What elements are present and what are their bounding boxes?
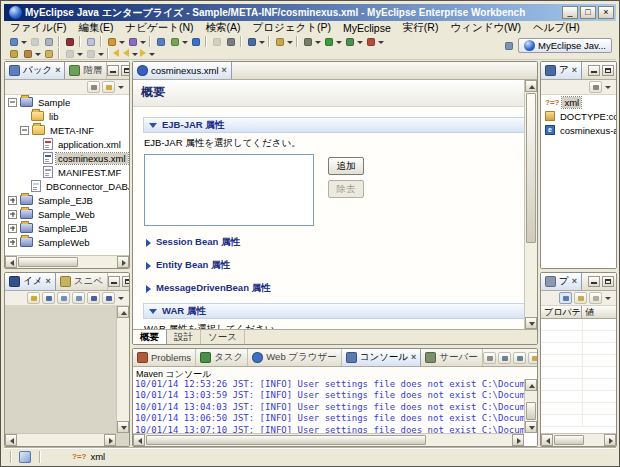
close-window-button[interactable]: × — [598, 6, 614, 19]
menu-navigate[interactable]: ナビゲート(N) — [119, 21, 199, 35]
property-row[interactable] — [541, 367, 616, 379]
tab-hierarchy[interactable]: 階層 — [65, 62, 107, 79]
tab-web-browser[interactable]: Web ブラウザー — [248, 349, 341, 366]
chevron-right-icon[interactable] — [146, 262, 151, 270]
property-row[interactable] — [541, 319, 616, 331]
scroll-left-button[interactable] — [133, 434, 145, 446]
minimize-window-button[interactable]: _ — [562, 6, 578, 19]
tab-console[interactable]: コンソール × — [342, 349, 422, 366]
editor-vertical-scrollbar[interactable] — [524, 80, 537, 329]
remove-launch-icon[interactable] — [498, 352, 511, 364]
actual-size-icon[interactable] — [87, 292, 100, 304]
remove-button[interactable]: 除去 — [328, 180, 364, 198]
web-browser-icon[interactable] — [188, 36, 202, 47]
scrollbar-thumb[interactable] — [146, 435, 426, 445]
previous-annotation-dropdown[interactable] — [97, 48, 104, 59]
task-tag-icon[interactable] — [41, 48, 55, 59]
chevron-down-icon[interactable] — [149, 123, 157, 128]
scheduler-icon[interactable] — [223, 36, 237, 47]
new-class-dropdown[interactable] — [118, 36, 125, 47]
open-type-dropdown[interactable] — [181, 36, 188, 47]
open-perspective-icon[interactable] — [501, 40, 515, 51]
myeclipse-tools-icon[interactable] — [272, 36, 286, 47]
external-tools-dropdown[interactable] — [377, 36, 384, 47]
chevron-right-icon[interactable] — [146, 239, 151, 247]
minimize-view-button[interactable] — [588, 65, 600, 76]
tab-outline[interactable]: ア × — [541, 62, 582, 79]
new-interface-dropdown[interactable] — [139, 36, 146, 47]
menu-window[interactable]: ウィンドウ(W) — [444, 21, 527, 35]
outline-item-doctype[interactable]: DOCTYPE:cos — [541, 109, 616, 123]
tree-item-manifest-mf[interactable]: MANIFEST.MF — [5, 165, 129, 179]
back-icon[interactable] — [123, 49, 129, 57]
categorized-icon[interactable] — [559, 292, 572, 304]
profile-icon[interactable] — [342, 36, 356, 47]
collapse-toggle[interactable] — [20, 126, 29, 135]
scroll-right-button[interactable] — [512, 434, 524, 446]
scroll-up-button[interactable] — [117, 306, 129, 318]
forward-icon[interactable] — [140, 49, 146, 57]
page-tab-design[interactable]: 設計 — [167, 330, 201, 344]
scroll-right-button[interactable] — [117, 256, 129, 268]
restore-default-icon[interactable] — [589, 292, 602, 304]
maximize-view-button[interactable] — [602, 276, 614, 287]
view-menu-icon[interactable] — [117, 81, 126, 93]
property-row[interactable] — [541, 355, 616, 367]
collapse-all-icon[interactable] — [87, 81, 100, 93]
chevron-down-icon[interactable] — [149, 309, 157, 314]
view-menu-icon[interactable] — [117, 292, 126, 304]
property-row[interactable] — [541, 379, 616, 391]
horizontal-scrollbar[interactable] — [133, 433, 524, 446]
scrollbar-thumb[interactable] — [18, 257, 78, 267]
editor-select-icon[interactable] — [244, 36, 258, 47]
tab-tasks[interactable]: タスク — [196, 349, 248, 366]
scroll-left-button[interactable] — [5, 434, 17, 446]
menu-search[interactable]: 検索(A) — [199, 21, 246, 35]
search-dropdown[interactable] — [34, 48, 41, 59]
section-session-bean[interactable]: Session Bean 属性 — [146, 236, 527, 249]
tab-properties[interactable]: プ × — [541, 273, 582, 290]
collapse-toggle[interactable] — [8, 98, 17, 107]
tree-item-cosminexus-xml[interactable]: cosminexus.xml — [5, 151, 129, 165]
tree-item-sampleweb[interactable]: SampleWeb — [5, 235, 129, 249]
expand-toggle[interactable] — [8, 196, 17, 205]
editor-select-dropdown[interactable] — [258, 36, 265, 47]
tab-snippets[interactable]: スニペ — [56, 273, 108, 290]
menu-edit[interactable]: 編集(E) — [72, 21, 119, 35]
debug-dropdown[interactable] — [314, 36, 321, 47]
view-menu-icon[interactable] — [604, 81, 613, 93]
expand-toggle[interactable] — [8, 210, 17, 219]
run-dropdown[interactable] — [335, 36, 342, 47]
print-icon[interactable] — [41, 36, 55, 47]
expand-toggle[interactable] — [8, 224, 17, 233]
section-messagedrivenbean[interactable]: MessageDrivenBean 属性 — [146, 282, 527, 295]
tree-item-application-xml[interactable]: application.xml — [5, 137, 129, 151]
close-icon[interactable]: × — [55, 66, 60, 75]
image-icon[interactable] — [42, 292, 55, 304]
section-entity-bean[interactable]: Entity Bean 属性 — [146, 259, 527, 272]
scroll-down-button[interactable] — [117, 421, 129, 433]
tab-servers[interactable]: サーバー — [421, 349, 482, 366]
new-wizard-icon[interactable] — [6, 36, 20, 47]
profile-dropdown[interactable] — [356, 36, 363, 47]
refresh-icon[interactable] — [209, 36, 223, 47]
tab-problems[interactable]: Problems — [133, 349, 196, 366]
tree-item-sampleejb[interactable]: SampleEJB — [5, 221, 129, 235]
open-resource-icon[interactable] — [6, 48, 20, 59]
outline-item-xml[interactable]: ?=? xml — [541, 95, 616, 109]
vertical-scrollbar[interactable] — [524, 379, 537, 433]
scroll-up-button[interactable] — [525, 80, 537, 92]
zoom-out-icon[interactable] — [57, 292, 70, 304]
column-property[interactable]: プロパティ — [541, 306, 582, 318]
collapse-all-icon[interactable] — [589, 81, 602, 93]
maximize-view-button[interactable] — [602, 65, 614, 76]
horizontal-scrollbar[interactable] — [5, 433, 116, 446]
scrollbar-thumb[interactable] — [526, 93, 536, 243]
previous-annotation-icon[interactable] — [83, 48, 97, 59]
remove-all-launches-icon[interactable] — [513, 352, 526, 364]
section-ejb-jar[interactable]: EJB-JAR 属性 — [143, 117, 527, 133]
scrollbar-thumb[interactable] — [554, 435, 584, 445]
link-icon[interactable] — [27, 292, 40, 304]
property-row[interactable] — [541, 331, 616, 343]
debug-icon[interactable] — [300, 36, 314, 47]
